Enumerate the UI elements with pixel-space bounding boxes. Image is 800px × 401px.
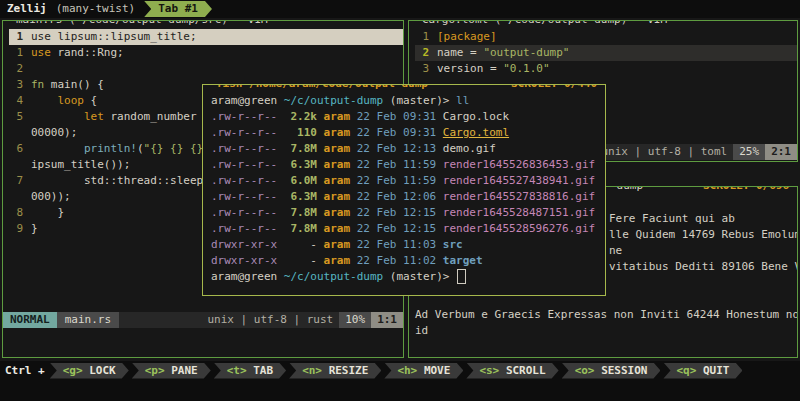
text-line: Ad Verbum e Graecis Expressas non Inviti… bbox=[415, 307, 798, 323]
keybind-label: RESIZE bbox=[329, 364, 369, 377]
tab-bar: Zellij (many-twist) Tab #1 bbox=[0, 0, 800, 18]
keybind-bar: Ctrl + <g> LOCK<p> PANE<t> TAB<n> RESIZE… bbox=[0, 361, 800, 380]
keybind-key: <p> bbox=[145, 364, 172, 377]
keybind-key: <t> bbox=[227, 364, 254, 377]
terminal-line: .rw-r--r-- 7.8M aram 22 Feb 12:15 render… bbox=[211, 221, 605, 237]
text-segment bbox=[436, 253, 443, 269]
text-segment: aram bbox=[317, 253, 350, 269]
text-segment: 22 Feb 09:31 bbox=[350, 125, 436, 141]
line-number bbox=[9, 125, 23, 141]
text-segment bbox=[436, 237, 443, 253]
text-segment: 22 Feb 11:03 bbox=[350, 237, 436, 253]
statusline-position: 1:1 bbox=[371, 312, 403, 328]
text-segment: .rw-r--r-- bbox=[211, 189, 277, 205]
statusline-filler bbox=[119, 312, 201, 328]
line-number: 1 bbox=[9, 45, 23, 61]
app-title: Zellij bbox=[7, 1, 47, 17]
terminal-line: .rw-r--r-- 6.3M aram 22 Feb 11:59 render… bbox=[211, 157, 605, 173]
text-segment: aram bbox=[317, 109, 350, 125]
text-segment bbox=[436, 125, 443, 141]
text-segment: .rw-r--r-- bbox=[211, 141, 277, 157]
text-segment bbox=[436, 173, 443, 189]
line-number: 2 bbox=[415, 45, 429, 61]
editor-cargo-toml: 1[package]2name = "output-dump"3version … bbox=[409, 21, 797, 77]
text-segment: aram@green bbox=[211, 93, 284, 109]
keybind-key: <g> bbox=[63, 364, 90, 377]
text-segment: let bbox=[84, 109, 104, 125]
pane-title-cargo-toml: Cargo.toml (~/code/output-dump) - VIM bbox=[417, 20, 672, 28]
text-segment: - bbox=[277, 253, 317, 269]
text-segment: render1645527438941.gif bbox=[443, 173, 595, 189]
statusline-percent: 25% bbox=[733, 144, 765, 160]
keybind-key: <o> bbox=[575, 364, 602, 377]
text-segment: aram bbox=[317, 157, 350, 173]
text-segment: ipsum_title()); bbox=[31, 157, 130, 173]
text-segment: = bbox=[483, 61, 503, 77]
text-segment: render1645527838816.gif bbox=[443, 189, 595, 205]
fish-terminal[interactable]: aram@green ~/c/output-dump (master)> ll.… bbox=[203, 85, 605, 285]
terminal-line: .rw-r--r-- 2.2k aram 22 Feb 09:31 Cargo.… bbox=[211, 109, 605, 125]
scroll-indicator: SCROLL: 0/440 bbox=[507, 84, 601, 92]
statusline-filename: main.rs bbox=[57, 312, 119, 328]
text-segment: aram bbox=[317, 189, 350, 205]
text-fragment: Fere Faciunt qui ab bbox=[609, 211, 735, 227]
keybind-session: <o> SESSION bbox=[562, 363, 661, 379]
line-number: 5 bbox=[9, 109, 23, 125]
zellij-screen: Zellij (many-twist) Tab #1 main.rs (~/co… bbox=[0, 0, 800, 401]
text-segment bbox=[31, 141, 84, 157]
text-segment: src bbox=[443, 237, 463, 253]
text-segment: fn bbox=[31, 77, 44, 93]
keybind-label: QUIT bbox=[703, 364, 730, 377]
text-segment bbox=[436, 189, 443, 205]
tab-1[interactable]: Tab #1 bbox=[144, 1, 212, 17]
text-segment: 22 Feb 12:15 bbox=[350, 221, 436, 237]
text-segment: 7.8M bbox=[277, 205, 317, 221]
text-segment: = bbox=[464, 45, 484, 61]
terminal-line: .rw-r--r-- 110 aram 22 Feb 09:31 Cargo.t… bbox=[211, 125, 605, 141]
line-number: 9 bbox=[9, 221, 23, 237]
text-segment: render1645528596276.gif bbox=[443, 221, 595, 237]
line-number: 6 bbox=[9, 141, 23, 157]
scroll-indicator: SCROLL: 0/696 bbox=[699, 186, 793, 194]
text-segment: aram bbox=[317, 221, 350, 237]
floating-pane-fish[interactable]: fish /home/aram/code/output-dump SCROLL:… bbox=[202, 84, 606, 296]
text-segment: render1645528487151.gif bbox=[443, 205, 595, 221]
text-segment: use lipsum::lipsum_title; bbox=[31, 29, 197, 45]
line-number bbox=[9, 189, 23, 205]
terminal-line: .rw-r--r-- 7.8M aram 22 Feb 12:15 render… bbox=[211, 205, 605, 221]
text-line: id bbox=[415, 323, 428, 339]
vim-statusline-main: NORMAL main.rs unix | utf-8 | rust 10% 1… bbox=[3, 312, 403, 328]
text-segment: 2.2k bbox=[277, 109, 317, 125]
text-segment: drwxr-xr-x bbox=[211, 253, 277, 269]
terminal-line: aram@green ~/c/output-dump (master)> bbox=[211, 269, 605, 285]
line-number: 1 bbox=[415, 29, 429, 45]
code-line: 2 bbox=[9, 61, 403, 77]
line-number: 4 bbox=[9, 93, 23, 109]
keybind-label: LOCK bbox=[89, 364, 116, 377]
keybind-lock: <g> LOCK bbox=[50, 363, 129, 379]
text-segment: aram bbox=[317, 237, 350, 253]
text-segment: aram bbox=[317, 141, 350, 157]
keybind-quit: <q> QUIT bbox=[663, 363, 742, 379]
keybind-key: <n> bbox=[302, 364, 329, 377]
text-segment: 22 Feb 09:31 bbox=[350, 109, 436, 125]
terminal-line: .rw-r--r-- 7.8M aram 22 Feb 12:13 demo.g… bbox=[211, 141, 605, 157]
terminal-cursor bbox=[457, 269, 466, 284]
text-fragment: vitatibus Dediti 89106 Bene Viv bbox=[609, 259, 798, 275]
keybind-prefix: Ctrl + bbox=[5, 363, 45, 379]
terminal-line: drwxr-xr-x - aram 22 Feb 11:03 src bbox=[211, 237, 605, 253]
text-segment: std::thread::sleep(st bbox=[31, 173, 223, 189]
text-segment: version bbox=[437, 61, 483, 77]
status-message-bar: (FLOATING PANES VISIBLE): Press Ctrl-p +… bbox=[0, 380, 800, 401]
text-segment: ( bbox=[137, 141, 144, 157]
line-number: 3 bbox=[415, 61, 429, 77]
pane-title-main-rs: main.rs (~/code/output-dump/src) - VIM bbox=[11, 20, 273, 28]
text-segment bbox=[436, 157, 443, 173]
text-segment: aram bbox=[317, 125, 350, 141]
text-segment: .rw-r--r-- bbox=[211, 109, 277, 125]
code-line: 1use lipsum::lipsum_title; bbox=[9, 29, 403, 45]
keybind-key: <h> bbox=[397, 364, 424, 377]
text-segment: 6.0M bbox=[277, 173, 317, 189]
text-segment: aram bbox=[317, 173, 350, 189]
keybind-items: <g> LOCK<p> PANE<t> TAB<n> RESIZE<h> MOV… bbox=[50, 363, 743, 379]
